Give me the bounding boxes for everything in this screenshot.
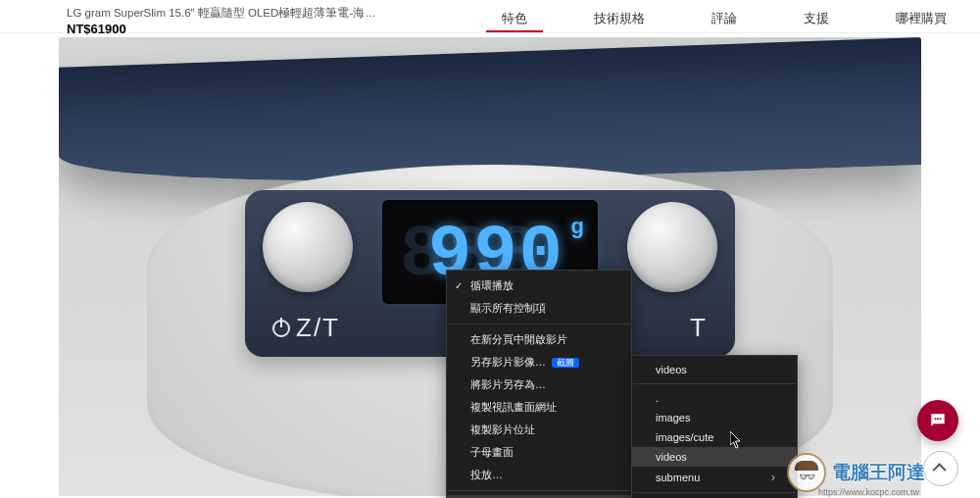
ctx-separator — [633, 492, 796, 493]
ctx-label: 在新分頁中開啟影片 — [470, 332, 567, 347]
scale-right-label: T — [690, 313, 708, 343]
ctx-label: . — [656, 392, 659, 404]
ctx-label: 循環播放 — [470, 278, 514, 293]
product-subnav: LG gram SuperSlim 15.6" 輕贏隨型 OLED極輕超薄筆電-… — [0, 0, 980, 33]
scroll-to-top-button[interactable] — [923, 451, 958, 486]
tab-wheretobuy[interactable]: 哪裡購買 — [862, 6, 980, 32]
ctx-separator — [633, 383, 796, 384]
scale-left-label: Z/T — [272, 313, 340, 343]
tab-support[interactable]: 支援 — [770, 6, 862, 32]
product-info: LG gram SuperSlim 15.6" 輕贏隨型 OLED極輕超薄筆電-… — [0, 6, 380, 36]
product-title: LG gram SuperSlim 15.6" 輕贏隨型 OLED極輕超薄筆電-… — [67, 6, 380, 21]
ctx-label: 子母畫面 — [470, 445, 514, 460]
tab-features[interactable]: 特色 — [468, 6, 561, 32]
ctx-show-controls[interactable]: 顯示所有控制項 — [447, 297, 631, 320]
submenu-submenu[interactable]: submenu — [632, 467, 797, 488]
zt-label: Z/T — [296, 313, 340, 343]
ctx-separator — [448, 324, 630, 324]
ctx-label: videos — [656, 364, 687, 375]
ctx-label: 將影片另存為… — [470, 377, 546, 392]
ctx-label: 投放… — [470, 468, 503, 482]
submenu-dot[interactable]: . — [632, 388, 797, 408]
ctx-label: 複製視訊畫面網址 — [470, 400, 557, 415]
ctx-label: videos — [656, 451, 687, 463]
ctx-label: 另存影片影像…截圖 — [470, 355, 579, 370]
ctx-copy-frame-url[interactable]: 複製視訊畫面網址 — [447, 396, 631, 419]
ctx-save-frame[interactable]: 另存影片影像…截圖 — [447, 351, 631, 374]
tab-reviews[interactable]: 評論 — [678, 6, 770, 32]
scale-knob-right — [627, 202, 717, 292]
ctx-label: submenu — [656, 472, 700, 483]
svg-point-2 — [940, 418, 942, 420]
svg-point-0 — [935, 418, 937, 420]
save-in-submenu[interactable]: videos . images images/cute videos subme… — [631, 355, 798, 498]
ctx-label: images — [656, 412, 690, 423]
ctx-badge: 截圖 — [552, 358, 579, 368]
chat-bubble-icon — [928, 411, 948, 430]
scale-knob-left — [263, 202, 353, 292]
ctx-pip[interactable]: 子母畫面 — [447, 441, 631, 464]
submenu-images-cute[interactable]: images/cute — [632, 427, 797, 447]
svg-point-1 — [937, 418, 939, 420]
ctx-save-video-as[interactable]: 將影片另存為… — [447, 374, 631, 396]
chat-fab[interactable] — [917, 400, 958, 441]
ctx-label: images/cute — [656, 431, 713, 443]
lcd-unit: g — [571, 214, 584, 239]
ctx-label: 複製影片位址 — [470, 423, 535, 437]
submenu-current-folder[interactable]: videos — [632, 360, 797, 379]
tab-specs[interactable]: 技術規格 — [561, 6, 678, 32]
ctx-copy-video-url[interactable]: 複製影片位址 — [447, 419, 631, 441]
product-price: NT$61900 — [67, 22, 380, 36]
watermark-url: https://www.kocpc.com.tw — [818, 487, 919, 497]
submenu-videos[interactable]: videos — [632, 447, 797, 467]
product-tabs: 特色 技術規格 評論 支援 哪裡購買 — [468, 6, 980, 32]
power-icon — [272, 320, 290, 337]
ctx-separator — [448, 490, 630, 491]
ctx-text: 另存影片影像… — [470, 356, 546, 368]
ctx-open-new-tab[interactable]: 在新分頁中開啟影片 — [447, 328, 631, 351]
submenu-images[interactable]: images — [632, 408, 797, 427]
ctx-label: 顯示所有控制項 — [470, 301, 546, 316]
ctx-loop[interactable]: 循環播放 — [447, 274, 631, 297]
video-context-menu[interactable]: 循環播放 顯示所有控制項 在新分頁中開啟影片 另存影片影像…截圖 將影片另存為…… — [446, 270, 632, 498]
ctx-cast[interactable]: 投放… — [447, 464, 631, 486]
